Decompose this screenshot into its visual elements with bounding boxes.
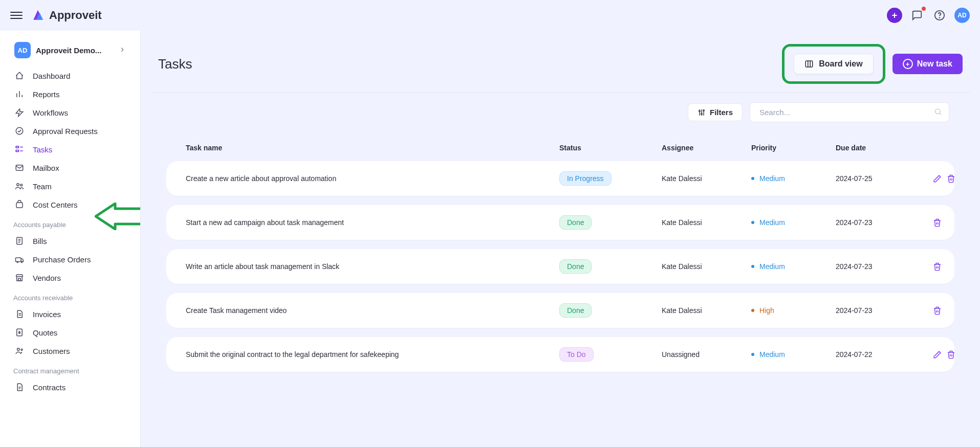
logo-mark-icon (31, 8, 45, 23)
app-logo[interactable]: Approveit (31, 8, 102, 23)
page-header: Tasks Board view + New task (151, 36, 970, 93)
trash-icon[interactable] (947, 174, 955, 183)
sidebar-item-label: Mailbox (33, 164, 59, 172)
sidebar-item-label: Approval Requests (33, 127, 98, 136)
approval-requests-icon (14, 126, 25, 136)
sidebar-item-approval-requests[interactable]: Approval Requests (0, 122, 140, 140)
task-status-cell: Done (559, 215, 662, 230)
nav-contract: Contracts (0, 378, 140, 396)
col-status: Status (559, 144, 662, 152)
purchase-orders-icon (14, 254, 25, 264)
svg-rect-7 (16, 150, 18, 152)
sidebar-item-invoices[interactable]: Invoices (0, 305, 140, 323)
task-due-cell: 2024-07-23 (836, 218, 933, 227)
svg-point-36 (701, 113, 703, 115)
trash-icon[interactable] (933, 218, 942, 227)
board-view-button[interactable]: Board view (794, 54, 873, 74)
status-badge: In Progress (559, 171, 612, 186)
sidebar: AD Approveit Demo... DashboardReportsWor… (0, 31, 141, 447)
sidebar-item-label: Vendors (33, 274, 61, 282)
svg-point-34 (699, 110, 701, 112)
sidebar-item-tasks[interactable]: Tasks (0, 140, 140, 159)
sidebar-item-mailbox[interactable]: Mailbox (0, 159, 140, 177)
sidebar-item-label: Tasks (33, 145, 52, 154)
table-row[interactable]: Create Task management videoDoneKate Dal… (166, 293, 954, 328)
sidebar-item-label: Cost Centers (33, 200, 78, 209)
nav-receivable: InvoicesQuotesCustomers (0, 305, 140, 360)
table-row[interactable]: Start a new ad campaign about task manag… (166, 205, 954, 240)
user-avatar[interactable]: AD (954, 8, 970, 23)
workspace-name: Approveit Demo... (36, 46, 114, 55)
edit-icon[interactable] (933, 350, 942, 359)
topbar-right: + AD (887, 8, 970, 23)
task-assignee-cell: Kate Dalessi (662, 262, 751, 271)
chevron-right-icon (119, 46, 126, 55)
workspace-selector[interactable]: AD Approveit Demo... (5, 38, 135, 62)
priority-dot-icon (751, 221, 754, 224)
edit-icon[interactable] (933, 174, 942, 183)
svg-rect-6 (16, 146, 18, 148)
task-status-cell: Done (559, 303, 662, 318)
task-priority-cell: Medium (751, 350, 836, 359)
app-name: Approveit (49, 9, 102, 22)
sidebar-item-reports[interactable]: Reports (0, 85, 140, 103)
task-name-cell: Create a new article about approval auto… (186, 174, 559, 183)
task-name-cell: Start a new ad campaign about task manag… (186, 218, 559, 227)
sidebar-item-label: Workflows (33, 108, 68, 117)
svg-point-39 (935, 109, 940, 114)
board-view-label: Board view (819, 59, 862, 69)
task-due-cell: 2024-07-23 (836, 306, 933, 315)
priority-label: Medium (751, 262, 836, 271)
sidebar-item-contracts[interactable]: Contracts (0, 378, 140, 396)
table-row[interactable]: Create a new article about approval auto… (166, 161, 954, 196)
sidebar-item-vendors[interactable]: Vendors (0, 269, 140, 287)
annotation-highlight: Board view (782, 44, 885, 84)
sidebar-item-quotes[interactable]: Quotes (0, 323, 140, 342)
global-add-button[interactable]: + (887, 8, 902, 23)
sidebar-item-label: Dashboard (33, 72, 70, 80)
svg-rect-13 (16, 203, 23, 208)
messages-icon[interactable] (909, 8, 925, 23)
svg-point-5 (16, 127, 23, 135)
priority-dot-icon (751, 353, 754, 356)
task-actions-cell (933, 218, 942, 227)
priority-label: Medium (751, 218, 836, 227)
sidebar-item-label: Quotes (33, 328, 57, 337)
topbar-left: Approveit (10, 8, 102, 23)
plus-circle-icon: + (903, 59, 913, 69)
board-icon (804, 59, 814, 69)
help-icon[interactable] (932, 8, 947, 23)
svg-rect-22 (18, 279, 21, 281)
filters-button[interactable]: Filters (688, 103, 743, 121)
hamburger-menu-icon[interactable] (10, 9, 23, 21)
section-accounts-payable: Accounts payable (0, 214, 140, 232)
bills-icon (14, 236, 25, 246)
sidebar-item-customers[interactable]: Customers (0, 342, 140, 360)
col-assignee: Assignee (662, 144, 751, 152)
trash-icon[interactable] (933, 306, 942, 315)
sidebar-item-bills[interactable]: Bills (0, 232, 140, 250)
sidebar-item-dashboard[interactable]: Dashboard (0, 66, 140, 85)
table-row[interactable]: Write an article about task management i… (166, 249, 954, 284)
task-priority-cell: High (751, 306, 836, 315)
list-toolbar: Filters (151, 102, 970, 122)
sidebar-item-label: Reports (33, 90, 60, 99)
table-row[interactable]: Submit the original contract to the lega… (166, 337, 954, 372)
new-task-button[interactable]: + New task (892, 54, 963, 74)
task-actions-cell (933, 262, 942, 271)
sidebar-item-purchase-orders[interactable]: Purchase Orders (0, 250, 140, 269)
vendors-icon (14, 273, 25, 283)
svg-rect-30 (806, 61, 813, 67)
sidebar-item-cost-centers[interactable]: Cost Centers (0, 195, 140, 214)
sidebar-item-team[interactable]: Team (0, 177, 140, 195)
sidebar-item-label: Purchase Orders (33, 255, 91, 264)
sidebar-item-workflows[interactable]: Workflows (0, 103, 140, 122)
trash-icon[interactable] (933, 262, 942, 271)
new-task-label: New task (917, 59, 952, 69)
task-due-cell: 2024-07-23 (836, 262, 933, 271)
trash-icon[interactable] (947, 350, 955, 359)
search-input[interactable] (750, 102, 949, 122)
page-title: Tasks (158, 56, 192, 72)
priority-dot-icon (751, 177, 754, 180)
invoices-icon (14, 309, 25, 319)
